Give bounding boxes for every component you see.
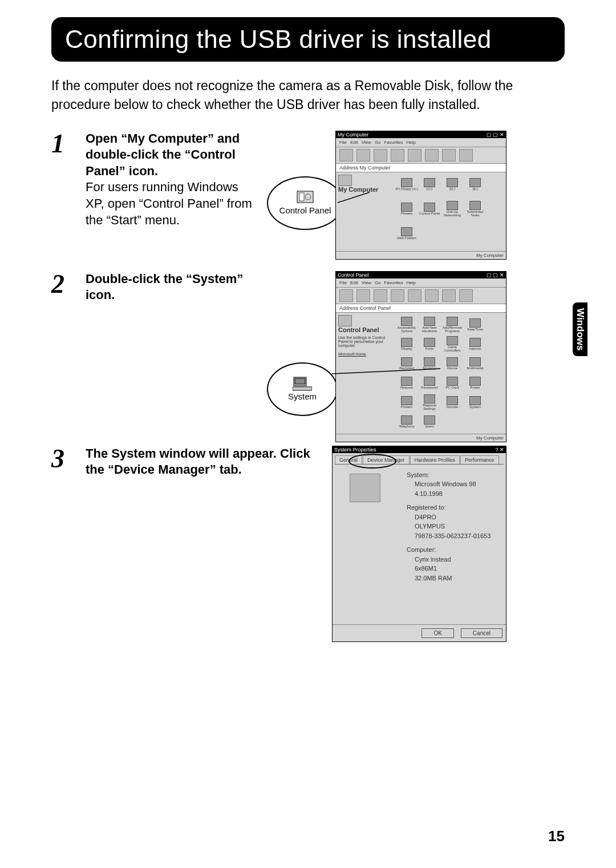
system-properties-title-bar: System Properties ? ✕ (333, 446, 506, 453)
toolbar-button (442, 149, 456, 162)
svg-rect-6 (293, 387, 312, 390)
scheduled-icon: Scheduled Tasks (464, 199, 487, 219)
menu-favorites: Favorites (384, 140, 403, 145)
control-panel-left-pane: Control Panel Use the settings in Contro… (336, 313, 391, 410)
side-tab-windows: Windows (573, 302, 587, 356)
sys-l4: OLYMPUS (407, 522, 500, 531)
tab-performance: Performance (460, 455, 499, 464)
system-properties-title: System Properties (334, 447, 376, 453)
toolbar-button (425, 149, 439, 162)
cp-icon: Game Controllers (441, 334, 464, 354)
toolbar-button (339, 289, 353, 302)
my-computer-menu: File Edit View Go Favorites Help (336, 138, 506, 147)
menu-help: Help (406, 280, 415, 285)
computer-icon (338, 175, 352, 186)
menu-view: View (362, 280, 371, 285)
dialup-icon: Dial-Up Networking (441, 199, 464, 219)
toolbar-button (374, 149, 387, 162)
step-3-illustration: System Properties ? ✕ General Device Man… (330, 446, 506, 640)
toolbar-button (356, 149, 370, 162)
sys-l8: 32.0MB RAM (407, 574, 500, 583)
my-computer-left-pane: My Computer (336, 172, 391, 247)
menu-file: File (339, 140, 347, 145)
page-title-bar: Confirming the USB driver is installed (51, 17, 565, 62)
step-3: 3 The System window will appear. Click t… (51, 446, 565, 640)
control-panel-title: Control Panel (338, 272, 369, 278)
callout-system: System (267, 362, 338, 416)
step-1-number: 1 (51, 131, 86, 245)
cp-icon: Display (395, 334, 418, 354)
step-1-illustration: Control Panel My Computer ▢ ▢ ✕ File Edi… (267, 131, 506, 245)
floppy-icon: 3½ Floppy (A:) (395, 175, 418, 194)
cp-icon: Power (464, 373, 487, 393)
step-2-illustration: System Control Panel ▢ ▢ ✕ File Edit Vie… (267, 271, 506, 419)
cp-icon: Sounds (441, 393, 464, 412)
window-controls-icon: ▢ ▢ ✕ (487, 132, 504, 138)
webfolders-icon: Web Folders (395, 224, 418, 243)
my-computer-body: My Computer 3½ Floppy (A:) (C:) (D:) (E:… (336, 172, 506, 251)
cp-icon: Multimedia (464, 354, 487, 373)
tab-device-manager: Device Manager (363, 455, 410, 464)
menu-file: File (339, 280, 347, 285)
callout-system-label: System (288, 391, 317, 401)
toolbar-button (425, 289, 439, 302)
cp-icon: Mouse (441, 354, 464, 373)
my-computer-status: My Computer (336, 251, 506, 259)
cp-icon: Telephony (395, 412, 418, 431)
step-3-bold: The System window will appear. Click the… (86, 446, 310, 477)
control-panel-left-link: Microsoft Home (338, 352, 388, 356)
step-1-rest: For users running Windows XP, open “Cont… (86, 180, 252, 227)
document-page: Confirming the USB driver is installed I… (0, 0, 616, 868)
menu-view: View (362, 140, 371, 145)
cancel-button: Cancel (461, 628, 502, 638)
control-panel-toolbar (336, 288, 506, 304)
drive-d-icon: (D:) (441, 175, 464, 194)
my-computer-title: My Computer (338, 132, 368, 138)
ok-button: OK (422, 628, 453, 638)
sys-l6: Cyrix instead (407, 555, 500, 564)
tab-general: General (335, 455, 362, 464)
menu-favorites: Favorites (384, 280, 403, 285)
cp-icon: Fonts (418, 334, 441, 354)
page-title: Confirming the USB driver is installed (65, 25, 551, 54)
callout-control-panel: Control Panel (267, 176, 343, 230)
menu-help: Help (406, 140, 415, 145)
window-controls-icon: ▢ ▢ ✕ (487, 272, 504, 278)
step-2-text: Double-click the “System” icon. (86, 271, 267, 419)
sys-h2: Registered to: (407, 503, 500, 512)
toolbar-button (391, 289, 404, 302)
sys-l7: 6x86M1 (407, 564, 500, 574)
drive-e-icon: (E:) (464, 175, 487, 194)
system-properties-tabs: General Device Manager Hardware Profiles… (335, 455, 504, 465)
svg-line-3 (338, 192, 370, 203)
my-computer-toolbar (336, 147, 506, 164)
control-panel-icon (297, 191, 314, 205)
cp-icon: Date/Time (464, 315, 487, 334)
callout-leader-line (338, 191, 370, 207)
cp-icon: Printers (395, 393, 418, 412)
cp-icon: Passwords (418, 373, 441, 393)
sys-l2: 4.10.1998 (407, 489, 500, 499)
control-panel-pane-icon (338, 315, 352, 326)
cp-icon: Add/Remove Programs (441, 315, 464, 334)
printers-icon: Printers (395, 199, 418, 219)
control-panel-address: Address Control Panel (336, 304, 506, 313)
control-panel-menu: File Edit View Go Favorites Help (336, 278, 506, 288)
cp-icon: Accessibility Options (395, 315, 418, 334)
menu-edit: Edit (350, 140, 358, 145)
sys-h1: System: (407, 470, 500, 480)
page-number: 15 (548, 827, 565, 845)
callout-leader-line (332, 368, 440, 375)
system-pc-icon (350, 474, 380, 502)
menu-go: Go (375, 280, 381, 285)
cp-icon: Internet (464, 334, 487, 354)
system-properties-window: System Properties ? ✕ General Device Man… (332, 446, 506, 642)
cp-icon: Regional Settings (418, 393, 441, 412)
toolbar-button (391, 149, 404, 162)
sys-l3: D4PRO (407, 512, 500, 522)
control-panel-drive-icon: Control Panel (418, 199, 441, 219)
step-1-bold: Open “My Computer” and double-click the … (86, 131, 240, 178)
toolbar-button (459, 289, 473, 302)
my-computer-title-bar: My Computer ▢ ▢ ✕ (336, 131, 506, 138)
step-3-text: The System window will appear. Click the… (86, 446, 330, 640)
